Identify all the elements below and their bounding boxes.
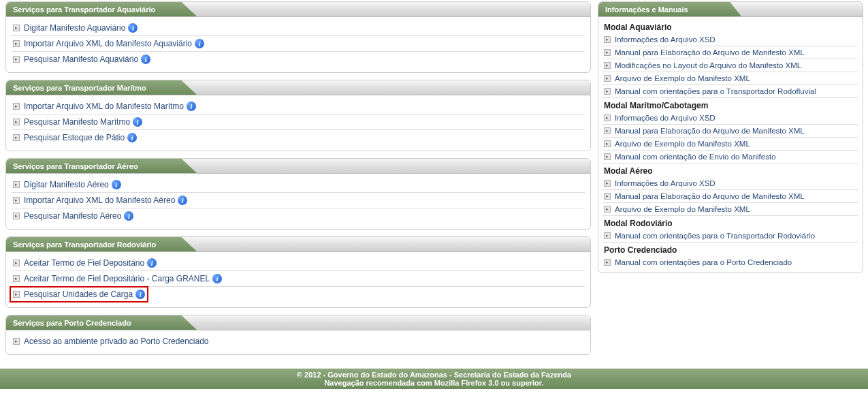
manual-link-row[interactable]: Manual para Elaboração do Arquivo de Man… [602, 46, 858, 59]
manual-link-label[interactable]: Manual com orientação de Envio do Manife… [615, 153, 776, 161]
panel-body: Digitar Manifesto AéreoImportar Arquivo … [6, 174, 590, 229]
service-link-row[interactable]: Digitar Manifesto Aquaviário [12, 20, 585, 36]
arrow-icon [13, 119, 20, 125]
service-link-label[interactable]: Aceitar Termo de Fiel Depositário - Carg… [24, 274, 210, 283]
arrow-icon [604, 232, 611, 239]
info-icon[interactable] [128, 23, 138, 33]
service-link-label[interactable]: Importar Arquivo XML do Manifesto Marítm… [24, 102, 184, 111]
arrow-icon [604, 88, 611, 95]
manual-link-label[interactable]: Arquivo de Exemplo do Manifesto XML [615, 74, 750, 82]
service-link-row[interactable]: Digitar Manifesto Aéreo [12, 177, 585, 193]
manual-link-row[interactable]: Manual com orientação de Envio do Manife… [602, 151, 858, 164]
info-panel: Informações e ManuaisModal AquaviárioInf… [598, 1, 863, 273]
info-icon[interactable] [178, 196, 187, 205]
manual-link-row[interactable]: Informações do Arquivo XSD [602, 33, 858, 46]
info-icon[interactable] [133, 117, 142, 127]
section-heading: Modal Aquaviário [602, 20, 858, 33]
info-icon[interactable] [127, 133, 137, 142]
info-icon[interactable] [135, 290, 145, 299]
section-heading: Modal Aéreo [602, 164, 858, 177]
arrow-icon [604, 36, 611, 43]
service-link-row[interactable]: Pesquisar Manifesto Aéreo [12, 208, 585, 223]
service-link-row[interactable]: Importar Arquivo XML do Manifesto Aquavi… [12, 36, 585, 52]
service-link-row[interactable]: Aceitar Termo de Fiel Depositário - Carg… [12, 271, 585, 287]
service-link-row[interactable]: Importar Arquivo XML do Manifesto Aéreo [12, 193, 585, 208]
info-icon[interactable] [187, 102, 196, 111]
section-heading: Modal Rodoviário [602, 216, 858, 230]
service-link-row[interactable]: Pesquisar Manifesto Marítmo [12, 114, 585, 130]
footer-line-1: © 2012 - Governo do Estado do Amazonas -… [0, 371, 868, 379]
manual-link-row[interactable]: Manual para Elaboração do Arquivo de Man… [602, 190, 858, 203]
panel-header: Serviços para Transportador Aéreo [6, 159, 590, 174]
panel-title: Serviços para Porto Credenciado [13, 319, 131, 327]
panel-header: Serviços para Transportador Aquaviário [6, 2, 590, 17]
manual-link-label[interactable]: Manual com orientações para o Porto Cred… [615, 258, 792, 266]
arrow-icon [13, 25, 20, 31]
service-panel: Serviços para Porto CredenciadoAcesso ao… [5, 315, 591, 355]
manual-link-label[interactable]: Manual com orientações para o Transporta… [615, 87, 816, 95]
service-link-label[interactable]: Pesquisar Estoque de Pátio [24, 133, 125, 142]
arrow-icon [604, 206, 611, 213]
info-icon[interactable] [147, 258, 157, 268]
arrow-icon [604, 49, 611, 56]
service-link-label[interactable]: Aceitar Termo de Fiel Depositário [24, 258, 144, 268]
panel-title: Serviços para Transportador Rodoviário [13, 240, 156, 249]
service-link-row[interactable]: Importar Arquivo XML do Manifesto Marítm… [12, 99, 585, 114]
manual-link-label[interactable]: Informações do Arquivo XSD [615, 35, 716, 44]
service-link-label[interactable]: Pesquisar Unidades de Carga [24, 290, 133, 299]
manual-link-row[interactable]: Modificações no Layout do Arquivo do Man… [602, 59, 858, 72]
manual-link-row[interactable]: Arquivo de Exemplo do Manifesto XML [602, 72, 858, 85]
manual-link-label[interactable]: Manual para Elaboração do Arquivo de Man… [615, 127, 805, 135]
service-link-label[interactable]: Importar Arquivo XML do Manifesto Aquavi… [24, 39, 192, 48]
panel-title: Serviços para Transportador Marítmo [13, 84, 146, 92]
service-link-row[interactable]: Pesquisar Unidades de Carga [12, 287, 585, 302]
service-link-row[interactable]: Aceitar Termo de Fiel Depositário [12, 255, 585, 271]
arrow-icon [13, 181, 20, 188]
manual-link-label[interactable]: Arquivo de Exemplo do Manifesto XML [615, 205, 750, 213]
footer-line-2: Navegação recomendada com Mozilla Firefo… [0, 379, 868, 387]
section-heading: Porto Credenciado [602, 243, 858, 256]
service-link-row[interactable]: Acesso ao ambiente privado ao Porto Cred… [12, 334, 585, 349]
info-icon[interactable] [212, 274, 222, 283]
arrow-icon [604, 127, 611, 134]
manual-link-label[interactable]: Manual com orientações para o Transporta… [615, 232, 815, 240]
service-link-label[interactable]: Pesquisar Manifesto Aquaviário [24, 55, 138, 64]
info-icon[interactable] [124, 211, 133, 221]
panel-body: Importar Arquivo XML do Manifesto Marítm… [6, 95, 590, 151]
manual-link-label[interactable]: Arquivo de Exemplo do Manifesto XML [615, 140, 750, 148]
manual-link-label[interactable]: Manual para Elaboração do Arquivo de Man… [615, 192, 805, 200]
section-heading: Modal Marítmo/Cabotagem [602, 98, 858, 112]
service-link-label[interactable]: Importar Arquivo XML do Manifesto Aéreo [24, 196, 175, 205]
service-link-label[interactable]: Acesso ao ambiente privado ao Porto Cred… [24, 337, 209, 346]
manual-link-row[interactable]: Manual com orientações para o Porto Cred… [602, 256, 858, 268]
manual-link-row[interactable]: Manual com orientações para o Transporta… [602, 230, 858, 243]
manual-link-row[interactable]: Arquivo de Exemplo do Manifesto XML [602, 203, 858, 216]
manual-link-label[interactable]: Modificações no Layout do Arquivo do Man… [615, 61, 801, 69]
arrow-icon [13, 40, 20, 47]
manual-link-row[interactable]: Informações do Arquivo XSD [602, 112, 858, 125]
info-icon[interactable] [141, 55, 150, 64]
info-icon[interactable] [112, 180, 121, 189]
manual-link-label[interactable]: Informações do Arquivo XSD [615, 114, 716, 122]
service-link-row[interactable]: Pesquisar Manifesto Aquaviário [12, 52, 585, 67]
highlight-box: Pesquisar Unidades de Carga [10, 286, 148, 302]
arrow-icon [13, 134, 20, 141]
manual-link-row[interactable]: Arquivo de Exemplo do Manifesto XML [602, 138, 858, 151]
service-link-label[interactable]: Digitar Manifesto Aéreo [24, 180, 109, 189]
panel-body: Digitar Manifesto AquaviárioImportar Arq… [6, 17, 590, 72]
panel-header: Serviços para Transportador Rodoviário [6, 237, 590, 252]
manual-link-row[interactable]: Informações do Arquivo XSD [602, 177, 858, 190]
panel-header: Serviços para Porto Credenciado [6, 315, 590, 330]
arrow-icon [13, 338, 20, 345]
manual-link-row[interactable]: Manual para Elaboração do Arquivo de Man… [602, 125, 858, 138]
service-link-label[interactable]: Pesquisar Manifesto Aéreo [24, 211, 121, 221]
manual-link-label[interactable]: Manual para Elaboração do Arquivo de Man… [615, 48, 805, 57]
arrow-icon [13, 260, 20, 266]
service-link-row[interactable]: Pesquisar Estoque de Pátio [12, 130, 585, 145]
arrow-icon [13, 213, 20, 219]
service-link-label[interactable]: Digitar Manifesto Aquaviário [24, 23, 125, 33]
manual-link-row[interactable]: Manual com orientações para o Transporta… [602, 85, 858, 98]
service-link-label[interactable]: Pesquisar Manifesto Marítmo [24, 117, 130, 127]
info-icon[interactable] [195, 39, 204, 48]
manual-link-label[interactable]: Informações do Arquivo XSD [615, 179, 716, 187]
